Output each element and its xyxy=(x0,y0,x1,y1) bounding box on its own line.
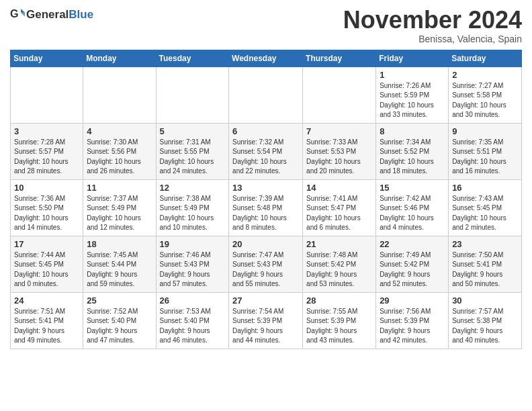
day-info: Sunrise: 7:30 AM Sunset: 5:56 PM Dayligh… xyxy=(87,138,152,177)
day-number: 10 xyxy=(14,183,79,193)
calendar-cell: 4Sunrise: 7:30 AM Sunset: 5:56 PM Daylig… xyxy=(83,123,156,179)
day-number: 11 xyxy=(87,183,152,193)
day-number: 19 xyxy=(160,239,226,249)
calendar-cell: 24Sunrise: 7:51 AM Sunset: 5:41 PM Dayli… xyxy=(11,292,83,349)
day-number: 13 xyxy=(232,183,299,193)
day-info: Sunrise: 7:39 AM Sunset: 5:48 PM Dayligh… xyxy=(232,194,299,233)
day-info: Sunrise: 7:49 AM Sunset: 5:42 PM Dayligh… xyxy=(380,250,445,289)
calendar-cell: 1Sunrise: 7:26 AM Sunset: 5:59 PM Daylig… xyxy=(376,66,449,123)
day-info: Sunrise: 7:37 AM Sunset: 5:49 PM Dayligh… xyxy=(87,194,152,233)
day-info: Sunrise: 7:46 AM Sunset: 5:43 PM Dayligh… xyxy=(160,250,226,289)
day-info: Sunrise: 7:45 AM Sunset: 5:44 PM Dayligh… xyxy=(87,250,152,289)
day-info: Sunrise: 7:47 AM Sunset: 5:43 PM Dayligh… xyxy=(232,250,299,289)
day-info: Sunrise: 7:48 AM Sunset: 5:42 PM Dayligh… xyxy=(306,250,372,289)
title-block: November 2024 Benissa, Valencia, Spain xyxy=(343,7,522,44)
calendar-week-4: 17Sunrise: 7:44 AM Sunset: 5:45 PM Dayli… xyxy=(11,236,522,292)
day-number: 2 xyxy=(452,70,518,80)
day-number: 24 xyxy=(14,295,79,306)
day-number: 15 xyxy=(380,183,445,193)
calendar-cell: 3Sunrise: 7:28 AM Sunset: 5:57 PM Daylig… xyxy=(11,123,83,179)
day-info: Sunrise: 7:51 AM Sunset: 5:41 PM Dayligh… xyxy=(14,307,79,346)
calendar-cell: 11Sunrise: 7:37 AM Sunset: 5:49 PM Dayli… xyxy=(83,179,156,236)
day-info: Sunrise: 7:43 AM Sunset: 5:45 PM Dayligh… xyxy=(452,194,518,233)
calendar-cell: 6Sunrise: 7:32 AM Sunset: 5:54 PM Daylig… xyxy=(229,123,303,179)
day-info: Sunrise: 7:27 AM Sunset: 5:58 PM Dayligh… xyxy=(452,81,518,120)
day-info: Sunrise: 7:35 AM Sunset: 5:51 PM Dayligh… xyxy=(452,138,518,177)
day-number: 16 xyxy=(452,183,518,193)
day-info: Sunrise: 7:50 AM Sunset: 5:41 PM Dayligh… xyxy=(452,250,518,289)
calendar-week-2: 3Sunrise: 7:28 AM Sunset: 5:57 PM Daylig… xyxy=(11,123,522,179)
day-info: Sunrise: 7:56 AM Sunset: 5:39 PM Dayligh… xyxy=(380,307,445,346)
svg-marker-2 xyxy=(21,13,25,17)
day-number: 30 xyxy=(452,295,518,306)
calendar-week-5: 24Sunrise: 7:51 AM Sunset: 5:41 PM Dayli… xyxy=(11,292,522,349)
day-number: 18 xyxy=(87,239,152,249)
day-number: 23 xyxy=(452,239,518,249)
calendar-cell: 22Sunrise: 7:49 AM Sunset: 5:42 PM Dayli… xyxy=(376,236,449,292)
col-wednesday: Wednesday xyxy=(229,50,303,66)
day-info: Sunrise: 7:38 AM Sunset: 5:49 PM Dayligh… xyxy=(160,194,226,233)
calendar-cell: 30Sunrise: 7:57 AM Sunset: 5:38 PM Dayli… xyxy=(449,292,522,349)
day-info: Sunrise: 7:53 AM Sunset: 5:40 PM Dayligh… xyxy=(160,307,226,346)
calendar-cell: 28Sunrise: 7:55 AM Sunset: 5:39 PM Dayli… xyxy=(303,292,376,349)
calendar-week-3: 10Sunrise: 7:36 AM Sunset: 5:50 PM Dayli… xyxy=(11,179,522,236)
logo: G GeneralBlue xyxy=(10,7,93,23)
day-number: 5 xyxy=(160,126,226,136)
col-thursday: Thursday xyxy=(303,50,376,66)
day-number: 8 xyxy=(380,126,445,136)
calendar-header-row: Sunday Monday Tuesday Wednesday Thursday… xyxy=(11,50,522,66)
calendar-cell: 5Sunrise: 7:31 AM Sunset: 5:55 PM Daylig… xyxy=(156,123,229,179)
col-friday: Friday xyxy=(376,50,449,66)
day-number: 7 xyxy=(306,126,372,136)
day-number: 3 xyxy=(14,126,79,136)
logo-icon: G xyxy=(10,7,25,21)
day-info: Sunrise: 7:44 AM Sunset: 5:45 PM Dayligh… xyxy=(14,250,79,289)
day-info: Sunrise: 7:41 AM Sunset: 5:47 PM Dayligh… xyxy=(306,194,372,233)
calendar-cell: 7Sunrise: 7:33 AM Sunset: 5:53 PM Daylig… xyxy=(303,123,376,179)
calendar-cell: 18Sunrise: 7:45 AM Sunset: 5:44 PM Dayli… xyxy=(83,236,156,292)
calendar-cell: 25Sunrise: 7:52 AM Sunset: 5:40 PM Dayli… xyxy=(83,292,156,349)
calendar-cell: 19Sunrise: 7:46 AM Sunset: 5:43 PM Dayli… xyxy=(156,236,229,292)
calendar-cell: 13Sunrise: 7:39 AM Sunset: 5:48 PM Dayli… xyxy=(229,179,303,236)
day-info: Sunrise: 7:26 AM Sunset: 5:59 PM Dayligh… xyxy=(380,81,445,120)
day-number: 12 xyxy=(160,183,226,193)
svg-text:G: G xyxy=(10,7,19,19)
day-info: Sunrise: 7:32 AM Sunset: 5:54 PM Dayligh… xyxy=(232,138,299,177)
location-subtitle: Benissa, Valencia, Spain xyxy=(343,34,522,44)
day-info: Sunrise: 7:57 AM Sunset: 5:38 PM Dayligh… xyxy=(452,307,518,346)
month-title: November 2024 xyxy=(343,7,522,34)
calendar-cell: 9Sunrise: 7:35 AM Sunset: 5:51 PM Daylig… xyxy=(449,123,522,179)
calendar-cell xyxy=(83,66,156,123)
day-number: 17 xyxy=(14,239,79,249)
calendar-cell xyxy=(156,66,229,123)
page-wrapper: G GeneralBlue November 2024 Benissa, Val… xyxy=(0,0,532,359)
calendar-cell: 14Sunrise: 7:41 AM Sunset: 5:47 PM Dayli… xyxy=(303,179,376,236)
day-number: 14 xyxy=(306,183,372,193)
calendar-cell: 12Sunrise: 7:38 AM Sunset: 5:49 PM Dayli… xyxy=(156,179,229,236)
calendar-cell xyxy=(229,66,303,123)
header: G GeneralBlue November 2024 Benissa, Val… xyxy=(10,7,522,44)
day-number: 9 xyxy=(452,126,518,136)
day-info: Sunrise: 7:34 AM Sunset: 5:52 PM Dayligh… xyxy=(380,138,445,177)
calendar-cell: 2Sunrise: 7:27 AM Sunset: 5:58 PM Daylig… xyxy=(449,66,522,123)
calendar-cell: 15Sunrise: 7:42 AM Sunset: 5:46 PM Dayli… xyxy=(376,179,449,236)
day-info: Sunrise: 7:31 AM Sunset: 5:55 PM Dayligh… xyxy=(160,138,226,177)
calendar-week-1: 1Sunrise: 7:26 AM Sunset: 5:59 PM Daylig… xyxy=(11,66,522,123)
day-info: Sunrise: 7:28 AM Sunset: 5:57 PM Dayligh… xyxy=(14,138,79,177)
day-number: 1 xyxy=(380,70,445,80)
calendar-cell: 16Sunrise: 7:43 AM Sunset: 5:45 PM Dayli… xyxy=(449,179,522,236)
calendar-cell: 17Sunrise: 7:44 AM Sunset: 5:45 PM Dayli… xyxy=(11,236,83,292)
day-number: 26 xyxy=(160,295,226,306)
calendar-cell: 8Sunrise: 7:34 AM Sunset: 5:52 PM Daylig… xyxy=(376,123,449,179)
logo-text-general: General xyxy=(26,8,69,21)
calendar-cell: 10Sunrise: 7:36 AM Sunset: 5:50 PM Dayli… xyxy=(11,179,83,236)
calendar-cell xyxy=(11,66,83,123)
calendar-cell: 27Sunrise: 7:54 AM Sunset: 5:39 PM Dayli… xyxy=(229,292,303,349)
calendar-cell: 23Sunrise: 7:50 AM Sunset: 5:41 PM Dayli… xyxy=(449,236,522,292)
col-saturday: Saturday xyxy=(449,50,522,66)
logo-text-blue: Blue xyxy=(69,8,93,21)
day-number: 29 xyxy=(380,295,445,306)
day-info: Sunrise: 7:42 AM Sunset: 5:46 PM Dayligh… xyxy=(380,194,445,233)
day-number: 21 xyxy=(306,239,372,249)
day-info: Sunrise: 7:33 AM Sunset: 5:53 PM Dayligh… xyxy=(306,138,372,177)
